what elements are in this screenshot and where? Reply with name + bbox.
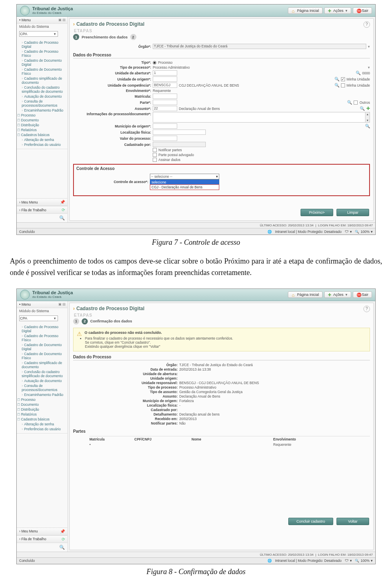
sidebar-item-documento[interactable]: Documento xyxy=(18,118,67,123)
search-icon[interactable]: 🔍 xyxy=(347,100,352,105)
sidebar-item-consulta[interactable]: Consulta de processos/documentos xyxy=(21,383,67,392)
sidebar-item-autuacao[interactable]: Autuação de documento xyxy=(21,378,67,383)
collapse-icon[interactable]: ▣ ▤ xyxy=(58,302,66,306)
controle-acesso-select[interactable]: -- selecione -- xyxy=(150,174,219,179)
assunto-num-field[interactable]: 22 xyxy=(153,106,177,111)
search-icon[interactable]: 🔍 xyxy=(360,106,365,111)
sidebar-header-menu[interactable]: • Menu▣ ▤ xyxy=(17,17,67,24)
refresh-icon[interactable]: ⟳ xyxy=(62,208,65,212)
actions-button[interactable]: Ações xyxy=(324,7,351,14)
checkbox-advogado[interactable] xyxy=(153,153,157,157)
valor-processo-field[interactable] xyxy=(153,136,177,141)
sidebar-item-cad-proc-fisico[interactable]: Cadastro de Processo Físico xyxy=(21,49,67,58)
checkbox-outros[interactable] xyxy=(354,101,358,105)
help-button[interactable]: ? xyxy=(363,21,370,28)
checkbox-assinar[interactable] xyxy=(153,158,157,162)
wizard-steps: 1 2 Confirmação dos dados xyxy=(73,318,370,324)
sidebar-item-conclusao-cad[interactable]: Conclusão do cadastro simplificado de do… xyxy=(21,369,67,378)
org-subtitle: do Estado do Ceará xyxy=(32,11,73,15)
search-icon[interactable]: 🔍 xyxy=(59,545,65,550)
sidebar-item-encaminhamento[interactable]: Encaminhamento Padrão xyxy=(21,392,67,397)
proximo-button[interactable]: Próximo> xyxy=(301,209,333,216)
sidebar-item-encaminhamento[interactable]: Encaminhamento Padrão xyxy=(21,108,67,113)
sidebar-meu-menu[interactable]: › Meu Menu📌 xyxy=(17,198,67,206)
exit-button[interactable]: Sair xyxy=(353,291,372,298)
assunto-desc: Declaração Anual de Bens xyxy=(179,107,220,111)
sidebar-item-documento[interactable]: Documento xyxy=(18,402,67,407)
zoom-icon: 🔍 xyxy=(355,230,359,234)
sidebar-item-relatorios[interactable]: Relatórios xyxy=(18,412,67,417)
loc-fisica-field[interactable] xyxy=(153,130,206,135)
module-select[interactable]: CPA xyxy=(19,315,58,321)
checkbox-minha-unidade-2[interactable] xyxy=(341,83,345,87)
sidebar-meu-menu[interactable]: › Meu Menu📌 xyxy=(17,528,67,535)
radio-processo-label: Processo xyxy=(158,60,172,65)
sidebar-item-alt-senha[interactable]: Alteração de senha xyxy=(21,137,67,142)
checkbox-minha-unidade[interactable] xyxy=(341,77,345,81)
step-1: 1 xyxy=(73,34,79,40)
search-icon[interactable]: 🔍 xyxy=(365,124,370,128)
sidebar-fila-trabalho[interactable]: › Fila de Trabalho⟳ xyxy=(17,206,67,214)
refresh-icon[interactable]: ⟳ xyxy=(62,537,65,541)
un-abertura-field[interactable]: 1 xyxy=(153,70,177,76)
sidebar-header-menu[interactable]: • Menu▣ ▤ xyxy=(17,301,67,308)
sidebar-item-distribuicao[interactable]: Distribuição xyxy=(18,123,67,127)
sidebar-item-processo[interactable]: Processo xyxy=(18,397,67,402)
label-tipo: Tipo*: xyxy=(73,60,153,65)
sidebar-item-cad-proc-digital[interactable]: Cadastro de Processo Digital xyxy=(21,40,67,49)
sidebar-item-relatorios[interactable]: Relatórios xyxy=(18,127,67,132)
sidebar-item-alt-senha[interactable]: Alteração de senha xyxy=(21,422,67,427)
sidebar-item-cad-doc-digital[interactable]: Cadastro de Documento Digital xyxy=(21,58,67,67)
home-button[interactable]: Página Inicial xyxy=(288,7,323,14)
collapse-icon[interactable]: ▣ ▤ xyxy=(58,18,66,22)
help-button[interactable]: ? xyxy=(363,306,370,312)
exit-button[interactable]: Sair xyxy=(353,7,372,14)
sidebar-item-conclusao-cad[interactable]: Conclusão do cadastro simplificado de do… xyxy=(21,85,67,94)
actions-button[interactable]: Ações xyxy=(324,291,351,298)
sidebar-item-cadastros[interactable]: Cadastros básicos xyxy=(18,132,67,137)
sidebar-item-cad-proc-digital[interactable]: Cadastro de Processo Digital xyxy=(21,324,67,333)
sidebar-item-cad-proc-fisico[interactable]: Cadastro de Processo Físico xyxy=(21,333,67,342)
un-origem-field[interactable] xyxy=(153,76,177,82)
sidebar-item-cad-simpl[interactable]: Cadastro simplificado de documento xyxy=(21,360,67,369)
limpar-button[interactable]: Limpar xyxy=(336,209,369,216)
matricula-field[interactable] xyxy=(153,94,177,99)
radio-processo[interactable] xyxy=(153,61,156,65)
search-icon[interactable]: 🔍 xyxy=(356,71,361,75)
sidebar-item-distribuicao[interactable]: Distribuição xyxy=(18,407,67,412)
home-button-label: Página Inicial xyxy=(297,293,319,297)
step-1[interactable]: 1 xyxy=(73,318,79,324)
v-orgao: TJ/CE - Tribunal de Justiça do Estado do… xyxy=(179,363,253,367)
un-competencia-desc: CGJ DECLARAÇÃO ANUAL DE BENS xyxy=(179,83,239,87)
un-competencia-field[interactable]: BENSCGJ xyxy=(153,83,177,88)
sidebar-item-autuacao[interactable]: Autuação de documento xyxy=(21,94,67,99)
voltar-button[interactable]: Voltar xyxy=(336,518,369,525)
search-icon[interactable]: 🔍 xyxy=(59,215,65,221)
info-processo-textarea[interactable]: ▴▾ xyxy=(153,112,370,123)
sidebar-item-processo[interactable]: Processo xyxy=(18,113,67,118)
sidebar-item-cad-doc-digital[interactable]: Cadastro de Documento Digital xyxy=(21,342,67,351)
label-envolvimento: Envolvimento*: xyxy=(73,89,153,93)
sidebar-item-consulta[interactable]: Consulta de processos/documentos xyxy=(21,99,67,108)
step-2[interactable]: 2 xyxy=(130,34,136,40)
search-icon[interactable]: 🔍 xyxy=(334,83,339,87)
concluir-button[interactable]: Concluir cadastro xyxy=(288,518,333,525)
actions-button-label: Ações xyxy=(333,9,343,13)
sidebar-item-cad-doc-fisico[interactable]: Cadastro de Documento Físico xyxy=(21,67,67,76)
sidebar-item-cadastros[interactable]: Cadastros básicos xyxy=(18,417,67,422)
home-button[interactable]: Página Inicial xyxy=(288,291,323,298)
sidebar-item-cad-doc-fisico[interactable]: Cadastro de Documento Físico xyxy=(21,351,67,360)
search-icon[interactable]: 🔍 xyxy=(334,77,339,81)
orgao-field[interactable]: TJ/CE - Tribunal de Justiça do Estado do… xyxy=(153,44,366,49)
dd-option-cgj-decl[interactable]: CGJ - Declaração Anual de Bens xyxy=(150,184,219,190)
sidebar-item-pref-usuario[interactable]: Preferências do usuário xyxy=(21,427,67,431)
sidebar-item-pref-usuario[interactable]: Preferências do usuário xyxy=(21,142,67,147)
sidebar-item-cad-simpl[interactable]: Cadastro simplificado de documento xyxy=(21,76,67,85)
row-envolvimento: Requerente xyxy=(273,443,291,447)
sidebar-fila-trabalho[interactable]: › Fila de Trabalho⟳ xyxy=(17,535,67,543)
parte-field[interactable] xyxy=(153,100,177,105)
municipio-field[interactable] xyxy=(153,123,177,129)
add-icon[interactable]: ✚ xyxy=(366,106,370,111)
module-select[interactable]: CPA xyxy=(19,31,58,37)
checkbox-notificar[interactable] xyxy=(153,148,157,152)
